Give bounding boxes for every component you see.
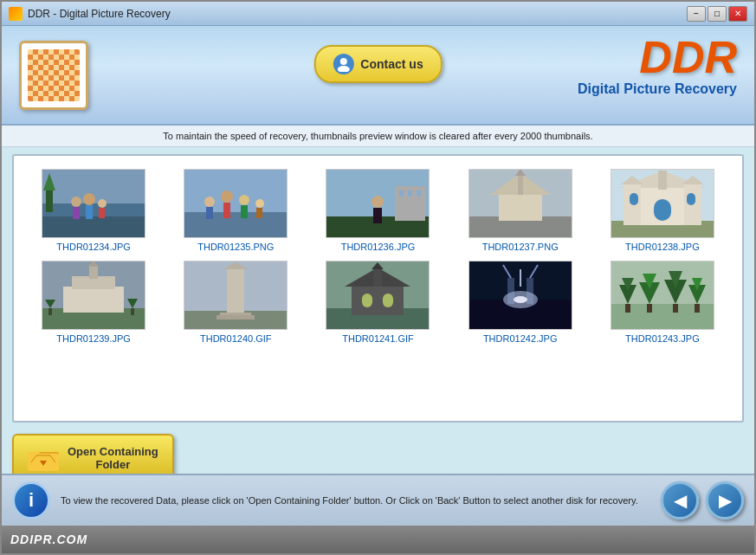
svg-rect-33 bbox=[499, 195, 542, 221]
svg-rect-51 bbox=[63, 287, 124, 313]
svg-rect-41 bbox=[658, 171, 667, 190]
thumbnail-item[interactable]: THDR01242.JPG bbox=[454, 261, 587, 344]
svg-rect-18 bbox=[223, 203, 230, 218]
svg-rect-8 bbox=[73, 207, 80, 219]
svg-rect-69 bbox=[373, 268, 382, 287]
svg-rect-12 bbox=[99, 208, 105, 218]
app-icon bbox=[9, 7, 23, 21]
thumbnail-image bbox=[611, 261, 714, 330]
contact-button-area: Contact us bbox=[313, 45, 442, 83]
info-icon: i bbox=[12, 481, 50, 520]
svg-point-17 bbox=[221, 190, 233, 203]
open-folder-label: Open Containing Folder bbox=[68, 445, 158, 471]
thumbnail-image bbox=[326, 261, 430, 330]
svg-rect-95 bbox=[695, 304, 700, 313]
svg-rect-58 bbox=[131, 308, 134, 315]
svg-point-19 bbox=[239, 195, 249, 205]
svg-rect-29 bbox=[408, 190, 412, 197]
svg-rect-30 bbox=[417, 190, 421, 197]
svg-point-7 bbox=[71, 197, 81, 207]
thumbnail-item[interactable]: THDR01235.PNG bbox=[169, 169, 302, 252]
svg-rect-48 bbox=[687, 193, 695, 205]
svg-rect-89 bbox=[647, 304, 652, 313]
thumbnail-item[interactable]: THDR01237.PNG bbox=[454, 169, 587, 252]
status-bar: i To view the recovered Data, please cli… bbox=[2, 474, 754, 526]
svg-rect-98 bbox=[28, 452, 40, 457]
svg-rect-61 bbox=[227, 268, 244, 315]
contact-button-label: Contact us bbox=[360, 57, 423, 71]
forward-button[interactable]: ▶ bbox=[706, 481, 744, 520]
svg-rect-26 bbox=[373, 208, 382, 223]
thumbnail-image bbox=[468, 261, 572, 330]
thumbnail-image bbox=[326, 169, 430, 238]
titlebar-controls: − □ ✕ bbox=[687, 6, 747, 22]
info-message: To maintain the speed of recovery, thumb… bbox=[163, 131, 592, 141]
thumbnail-label: THDR01240.GIF bbox=[200, 333, 272, 344]
logo-box bbox=[19, 41, 88, 110]
thumbnail-panel[interactable]: THDR01234.JPG THDR01235.PNG THDR01236.JP… bbox=[12, 154, 744, 423]
thumbnail-item[interactable]: THDR01240.GIF bbox=[169, 261, 302, 344]
thumbnail-image bbox=[42, 261, 145, 330]
svg-rect-22 bbox=[256, 208, 262, 218]
svg-point-9 bbox=[83, 193, 95, 205]
maximize-button[interactable]: □ bbox=[708, 6, 727, 22]
close-button[interactable]: ✕ bbox=[728, 6, 747, 22]
svg-point-81 bbox=[514, 296, 527, 303]
svg-rect-64 bbox=[216, 315, 255, 319]
thumbnail-label: THDR01243.JPG bbox=[625, 333, 700, 344]
svg-rect-20 bbox=[241, 205, 248, 218]
svg-rect-10 bbox=[86, 205, 93, 219]
thumbnail-label: THDR01241.GIF bbox=[342, 333, 414, 344]
thumbnail-image bbox=[611, 169, 714, 238]
header: Contact us DDR Digital Picture Recovery bbox=[2, 26, 754, 126]
thumbnail-label: THDR01235.PNG bbox=[197, 242, 274, 252]
brand-ddr-text: DDR bbox=[578, 35, 737, 80]
svg-rect-53 bbox=[89, 265, 98, 279]
thumbnail-label: THDR01242.JPG bbox=[483, 333, 558, 344]
thumbnail-label: THDR01236.JPG bbox=[341, 242, 416, 252]
thumbnail-image bbox=[184, 261, 288, 330]
thumbnail-label: THDR01237.PNG bbox=[482, 242, 559, 252]
back-button[interactable]: ◀ bbox=[661, 481, 699, 520]
svg-rect-46 bbox=[654, 199, 671, 221]
header-brand: DDR Digital Picture Recovery bbox=[578, 35, 737, 97]
svg-rect-16 bbox=[206, 207, 213, 219]
thumbnail-image bbox=[184, 169, 288, 238]
svg-rect-14 bbox=[184, 212, 288, 238]
status-message: To view the recovered Data, please click… bbox=[61, 495, 650, 506]
svg-point-15 bbox=[204, 197, 215, 207]
thumbnail-item[interactable]: THDR01241.GIF bbox=[311, 261, 444, 344]
logo-checker-icon bbox=[28, 49, 80, 101]
contact-button[interactable]: Contact us bbox=[313, 45, 442, 83]
thumbnail-item[interactable]: THDR01236.JPG bbox=[311, 169, 444, 252]
svg-rect-28 bbox=[399, 190, 404, 197]
thumbnail-label: THDR01234.JPG bbox=[56, 242, 131, 252]
footer: DDIPR.COM bbox=[2, 526, 754, 553]
svg-rect-92 bbox=[673, 304, 678, 313]
info-bar: To maintain the speed of recovery, thumb… bbox=[2, 126, 754, 147]
svg-rect-71 bbox=[362, 294, 372, 307]
thumbnail-item[interactable]: THDR01239.JPG bbox=[27, 261, 160, 344]
thumbnail-grid: THDR01234.JPG THDR01235.PNG THDR01236.JP… bbox=[14, 156, 742, 357]
svg-point-21 bbox=[255, 199, 264, 208]
svg-rect-4 bbox=[42, 216, 145, 238]
svg-rect-56 bbox=[48, 308, 52, 315]
thumbnail-image bbox=[468, 169, 572, 238]
titlebar-left: DDR - Digital Picture Recovery bbox=[9, 7, 171, 21]
thumbnail-item[interactable]: THDR01243.JPG bbox=[596, 261, 729, 344]
minimize-button[interactable]: − bbox=[687, 6, 706, 22]
folder-icon bbox=[28, 442, 59, 474]
titlebar-title: DDR - Digital Picture Recovery bbox=[28, 8, 171, 20]
thumbnail-label: THDR01239.JPG bbox=[56, 333, 131, 344]
svg-point-0 bbox=[339, 58, 346, 65]
svg-rect-67 bbox=[352, 285, 404, 315]
thumbnail-item[interactable]: THDR01234.JPG bbox=[27, 169, 160, 252]
svg-point-25 bbox=[372, 196, 384, 208]
thumbnail-image bbox=[42, 169, 145, 238]
contact-person-icon bbox=[333, 54, 353, 74]
thumbnail-label: THDR01238.JPG bbox=[625, 242, 700, 252]
svg-point-1 bbox=[337, 66, 349, 72]
thumbnail-item[interactable]: THDR01238.JPG bbox=[596, 169, 729, 252]
svg-rect-86 bbox=[625, 304, 630, 313]
svg-point-11 bbox=[98, 199, 107, 208]
